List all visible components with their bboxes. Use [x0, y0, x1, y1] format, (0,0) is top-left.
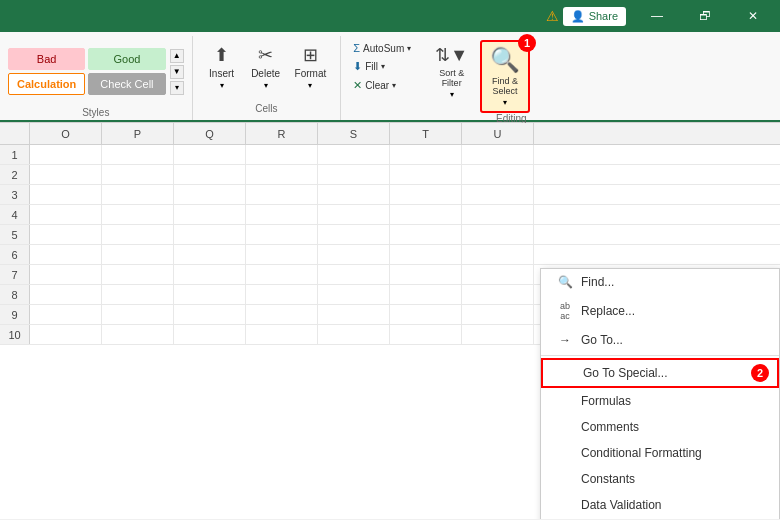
cell[interactable] [246, 305, 318, 324]
cell[interactable] [318, 285, 390, 304]
cell[interactable] [102, 225, 174, 244]
cell[interactable] [102, 265, 174, 284]
cell[interactable] [30, 265, 102, 284]
cell[interactable] [30, 185, 102, 204]
cell[interactable] [174, 265, 246, 284]
cell[interactable] [246, 285, 318, 304]
cell[interactable] [30, 305, 102, 324]
cell[interactable] [246, 145, 318, 164]
close-button[interactable]: ✕ [730, 0, 776, 32]
cell[interactable] [318, 325, 390, 344]
cell[interactable] [246, 245, 318, 264]
cell[interactable] [30, 225, 102, 244]
menu-formulas[interactable]: Formulas [541, 388, 779, 414]
sort-filter-button[interactable]: ⇅▼ Sort & Filter ▾ [427, 40, 476, 103]
menu-comments[interactable]: Comments [541, 414, 779, 440]
cell[interactable] [318, 165, 390, 184]
menu-replace[interactable]: abac Replace... [541, 295, 779, 327]
cell[interactable] [390, 165, 462, 184]
cell[interactable] [174, 285, 246, 304]
cell[interactable] [318, 225, 390, 244]
style-good[interactable]: Good [88, 48, 165, 70]
cell[interactable] [30, 325, 102, 344]
cell[interactable] [102, 245, 174, 264]
cell[interactable] [390, 305, 462, 324]
cell[interactable] [246, 185, 318, 204]
cell[interactable] [174, 165, 246, 184]
cell[interactable] [390, 325, 462, 344]
cell[interactable] [246, 165, 318, 184]
cell[interactable] [246, 265, 318, 284]
insert-button[interactable]: ⬆ Insert ▾ [201, 40, 243, 94]
cell[interactable] [462, 265, 534, 284]
formulas-label: Formulas [581, 394, 631, 408]
cell[interactable] [30, 285, 102, 304]
cell[interactable] [318, 265, 390, 284]
cell[interactable] [462, 165, 534, 184]
menu-constants[interactable]: Constants [541, 466, 779, 492]
menu-goto-special[interactable]: Go To Special... 2 [541, 358, 779, 388]
cell[interactable] [102, 165, 174, 184]
cell[interactable] [246, 205, 318, 224]
cell[interactable] [390, 145, 462, 164]
cell[interactable] [318, 245, 390, 264]
fill-button[interactable]: ⬇ Fill ▾ [349, 58, 415, 75]
cell[interactable] [174, 205, 246, 224]
menu-conditional-formatting[interactable]: Conditional Formatting [541, 440, 779, 466]
cell[interactable] [462, 145, 534, 164]
cell[interactable] [102, 285, 174, 304]
menu-data-validation[interactable]: Data Validation [541, 492, 779, 518]
find-menu-icon: 🔍 [557, 275, 573, 289]
cell[interactable] [318, 145, 390, 164]
scroll-expand-btn[interactable]: ▾ [170, 81, 184, 95]
cell[interactable] [102, 185, 174, 204]
cell[interactable] [174, 305, 246, 324]
delete-button[interactable]: ✂ Delete ▾ [245, 40, 287, 94]
cell[interactable] [462, 225, 534, 244]
cell[interactable] [174, 225, 246, 244]
cell[interactable] [30, 245, 102, 264]
cell[interactable] [102, 145, 174, 164]
menu-find[interactable]: 🔍 Find... [541, 269, 779, 295]
cell[interactable] [102, 305, 174, 324]
cell[interactable] [174, 145, 246, 164]
cell[interactable] [102, 325, 174, 344]
scroll-down-btn[interactable]: ▼ [170, 65, 184, 79]
cell[interactable] [174, 185, 246, 204]
cell[interactable] [462, 245, 534, 264]
cell[interactable] [390, 285, 462, 304]
cell[interactable] [246, 325, 318, 344]
cell[interactable] [246, 225, 318, 244]
clear-button[interactable]: ✕ Clear ▾ [349, 77, 415, 94]
cell[interactable] [174, 245, 246, 264]
cell[interactable] [390, 185, 462, 204]
style-calculation[interactable]: Calculation [8, 73, 85, 95]
style-bad[interactable]: Bad [8, 48, 85, 70]
cell[interactable] [174, 325, 246, 344]
cell[interactable] [102, 205, 174, 224]
cell[interactable] [390, 265, 462, 284]
cell[interactable] [30, 165, 102, 184]
cell[interactable] [462, 325, 534, 344]
cell[interactable] [318, 305, 390, 324]
cell[interactable] [390, 245, 462, 264]
cell[interactable] [462, 185, 534, 204]
menu-goto[interactable]: → Go To... [541, 327, 779, 353]
cell[interactable] [390, 205, 462, 224]
cell[interactable] [462, 285, 534, 304]
format-button[interactable]: ⊞ Format ▾ [289, 40, 333, 94]
find-select-button[interactable]: 🔍 Find & Select ▾ 1 [480, 40, 530, 113]
cell[interactable] [318, 205, 390, 224]
cell[interactable] [30, 205, 102, 224]
restore-button[interactable]: 🗗 [682, 0, 728, 32]
style-checkcell[interactable]: Check Cell [88, 73, 165, 95]
minimize-button[interactable]: — [634, 0, 680, 32]
cell[interactable] [318, 185, 390, 204]
cell[interactable] [462, 305, 534, 324]
share-button[interactable]: 👤 Share [563, 7, 626, 26]
cell[interactable] [30, 145, 102, 164]
scroll-up-btn[interactable]: ▲ [170, 49, 184, 63]
cell[interactable] [462, 205, 534, 224]
autosum-button[interactable]: Σ AutoSum ▾ [349, 40, 415, 56]
cell[interactable] [390, 225, 462, 244]
